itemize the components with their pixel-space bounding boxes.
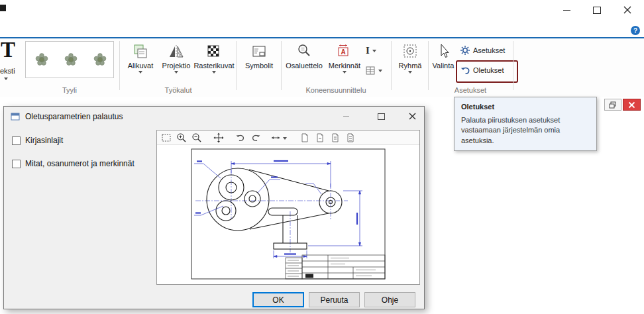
- text-tool-icon[interactable]: T: [1, 38, 15, 61]
- symbolit-label: Symbolit: [245, 62, 273, 70]
- group-divider: [391, 41, 392, 90]
- drawing-preview-panel: [156, 130, 420, 285]
- oletukset-label: Oletukset: [473, 66, 504, 74]
- annotation-a-glyph: A: [341, 48, 345, 56]
- projektio-label: Projektio: [162, 62, 191, 70]
- close-icon: [628, 101, 635, 109]
- merkinnat-button[interactable]: A Merkinnät: [326, 41, 363, 85]
- help-icon[interactable]: ?: [631, 26, 640, 35]
- sheet-first-icon[interactable]: [299, 132, 311, 144]
- window-zoom-icon[interactable]: [160, 132, 172, 144]
- ok-button[interactable]: OK: [252, 292, 304, 307]
- dialog-maximize-button[interactable]: [369, 107, 393, 125]
- raster-image-icon: [206, 43, 222, 60]
- oletukset-tooltip: Oletukset Palauta piirustuksen asetukset…: [454, 97, 597, 151]
- chevron-down-icon: [378, 70, 382, 72]
- kirjasinlajit-label: Kirjasinlajit: [25, 136, 63, 145]
- document-close-button[interactable]: [623, 99, 641, 111]
- preview-toolbar: [157, 131, 419, 145]
- chevron-down-icon: [343, 71, 347, 74]
- subpictures-icon: [133, 43, 148, 60]
- mitat-checkbox[interactable]: [12, 160, 21, 168]
- group-selection-icon: [402, 43, 418, 60]
- symbolit-button[interactable]: Symbolit: [240, 41, 278, 85]
- rasterikuvat-button[interactable]: Rasterikuvat: [193, 41, 235, 85]
- dimension-text-button[interactable]: I: [366, 45, 388, 56]
- window-close-button[interactable]: [612, 0, 643, 20]
- valinta-label: Valinta: [433, 62, 455, 70]
- sheet-last-icon[interactable]: [345, 132, 356, 144]
- chevron-down-icon: [174, 71, 178, 74]
- checkbox-row-kirjasinlajit[interactable]: Kirjasinlajit: [12, 136, 63, 145]
- chevron-down-icon: [408, 71, 412, 74]
- zoom-out-icon[interactable]: [191, 132, 203, 144]
- dialog-titlebar[interactable]: Oletusparametrien palautus: [4, 107, 424, 127]
- dialog-minimize-button[interactable]: [334, 107, 358, 125]
- close-icon: [409, 113, 416, 120]
- oletusparametrien-palautus-dialog: Oletusparametrien palautus Kirjasinlajit…: [3, 106, 425, 309]
- undo-arrow-icon: [460, 65, 470, 76]
- alikuvat-button[interactable]: Alikuvat: [123, 41, 158, 85]
- group-label-tyokalut: Työkalut: [123, 86, 233, 94]
- mitat-label: Mitat, osanumerot ja merkinnät: [25, 159, 134, 168]
- valinta-button[interactable]: Valinta: [429, 41, 457, 85]
- group-divider: [281, 41, 282, 90]
- restore-icon: [609, 101, 617, 109]
- minimize-icon: [343, 116, 349, 117]
- chevron-down-icon: [212, 71, 216, 74]
- tooltip-title: Oletukset: [461, 103, 590, 111]
- ryhma-button[interactable]: Ryhmä: [394, 41, 427, 85]
- rotate-left-icon[interactable]: [235, 132, 246, 144]
- chevron-down-icon: [138, 71, 142, 74]
- kirjasinlajit-checkbox[interactable]: [12, 136, 21, 145]
- chevron-down-icon: [4, 78, 8, 80]
- group-divider: [119, 41, 120, 90]
- document-restore-button[interactable]: [604, 99, 621, 111]
- oletukset-button[interactable]: Oletukset: [460, 65, 504, 76]
- asetukset-button[interactable]: Asetukset: [460, 45, 505, 56]
- osaluettelo-button[interactable]: Osaluettelo: [284, 41, 325, 85]
- symbols-icon: [251, 43, 267, 60]
- group-divider: [236, 41, 237, 90]
- checkbox-row-mitat[interactable]: Mitat, osanumerot ja merkinnät: [12, 159, 134, 168]
- sheet-prev-icon[interactable]: [314, 132, 326, 144]
- projection-icon: [168, 43, 184, 60]
- peruuta-button[interactable]: Peruuta: [309, 292, 360, 307]
- style-flower-icon[interactable]: [92, 52, 108, 68]
- window-minimize-button[interactable]: [551, 0, 582, 20]
- ibeam-icon: I: [366, 45, 370, 56]
- style-gallery[interactable]: [25, 41, 114, 78]
- pan-icon[interactable]: [213, 132, 225, 144]
- projektio-button[interactable]: Projektio: [159, 41, 193, 85]
- annotation-icon: A: [337, 43, 352, 60]
- minimize-icon: [563, 10, 570, 11]
- drawing-preview: [157, 145, 419, 284]
- app-icon: [0, 5, 6, 11]
- teksti-button-label[interactable]: eksti: [0, 67, 20, 75]
- group-divider: [513, 41, 513, 90]
- ribbon: T eksti Tyyli Alikuvat Projektio Rasteri…: [0, 38, 644, 97]
- dialog-close-button[interactable]: [400, 107, 424, 125]
- parts-list-magnifier-icon: [296, 43, 312, 60]
- dialog-window-icon: [11, 112, 20, 121]
- ryhma-label: Ryhmä: [399, 62, 422, 70]
- style-flower-icon[interactable]: [34, 52, 50, 68]
- osaluettelo-label: Osaluettelo: [286, 62, 323, 70]
- zoom-in-icon[interactable]: [176, 132, 188, 144]
- ohje-button[interactable]: Ohje: [364, 292, 415, 307]
- dimension-grid-button[interactable]: [366, 66, 388, 76]
- maximize-icon: [593, 7, 601, 14]
- rasterikuvat-label: Rasterikuvat: [193, 62, 234, 70]
- style-flower-icon[interactable]: [63, 52, 79, 68]
- merkinnat-label: Merkinnät: [329, 62, 360, 70]
- group-label-koneensuunnittelu: Koneensuunnittelu: [284, 86, 388, 94]
- group-label-asetukset: Asetukset: [428, 86, 513, 94]
- window-maximize-button[interactable]: [582, 0, 612, 20]
- view-direction-icon[interactable]: [270, 132, 288, 144]
- close-icon: [623, 6, 631, 14]
- cursor-arrow-icon: [436, 43, 451, 60]
- rotate-right-icon[interactable]: [250, 132, 262, 144]
- alikuvat-label: Alikuvat: [128, 62, 154, 70]
- sheet-next-icon[interactable]: [329, 132, 341, 144]
- asetukset-label: Asetukset: [473, 46, 505, 54]
